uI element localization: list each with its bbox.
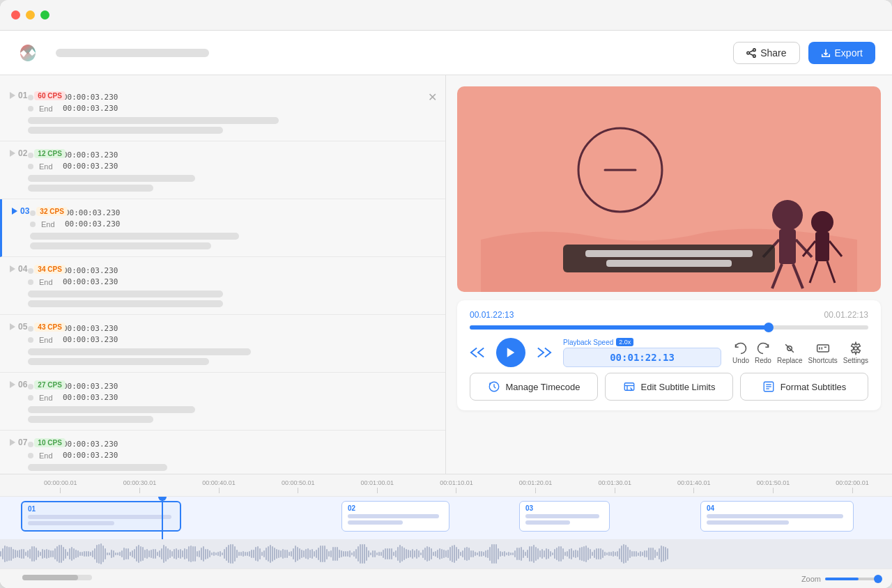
start-time-row: Start00:00:03.230 (28, 93, 434, 102)
speed-label: Playback Speed 2.0x (563, 338, 721, 346)
end-time-row: End00:00:03.230 (28, 451, 434, 460)
overlay-line-2 (606, 260, 732, 267)
play-triangle-04[interactable] (10, 265, 15, 272)
progress-bar[interactable] (470, 325, 868, 330)
fast-forward-button[interactable] (537, 345, 552, 360)
svg-line-3 (750, 50, 753, 52)
waveform-bar (161, 548, 162, 560)
play-triangle-03[interactable] (12, 208, 17, 215)
subtitle-item-07[interactable]: 0710 CPSStart00:00:03.230End00:00:03.230 (0, 431, 445, 474)
replace-button[interactable]: Replace (777, 341, 803, 364)
playhead[interactable] (162, 497, 163, 539)
waveform-bar (289, 552, 290, 556)
waveform-bar (439, 548, 440, 559)
logo-area (17, 42, 209, 64)
play-triangle-07[interactable] (10, 439, 15, 446)
timeline-clip-03[interactable]: 03 (519, 501, 610, 532)
text-lines (28, 348, 434, 365)
waveform-bar (334, 547, 336, 562)
waveform-bar (205, 549, 206, 559)
progress-thumb[interactable] (764, 323, 774, 332)
close-subtitle-button[interactable]: ✕ (428, 91, 437, 104)
settings-label: Settings (843, 357, 868, 364)
settings-button[interactable]: Settings (843, 341, 868, 364)
waveform-bar (94, 548, 95, 560)
end-dot (28, 453, 33, 458)
waveform-bar (297, 547, 298, 561)
maximize-button[interactable] (40, 10, 49, 20)
waveform-bar (119, 552, 121, 555)
subtitle-item-05[interactable]: 0543 CPSStart00:00:03.230End00:00:03.230 (0, 315, 445, 373)
waveform-bar (374, 550, 376, 558)
zoom-track[interactable] (825, 578, 881, 580)
waveform-bar (274, 548, 275, 561)
shortcuts-button[interactable]: Shortcuts (808, 341, 838, 364)
export-button[interactable]: Export (808, 42, 875, 64)
waveform-bar (307, 548, 309, 560)
waveform-bar (389, 548, 390, 559)
play-button[interactable] (496, 338, 525, 367)
text-lines (30, 233, 434, 249)
waveform-bar (25, 552, 26, 556)
subtitle-item-04[interactable]: 0434 CPSStart00:00:03.230End00:00:03.230 (0, 257, 445, 315)
waveform-bar (541, 549, 543, 559)
timeline-clip-01[interactable]: 01 (21, 501, 181, 532)
zoom-row: Zoom (0, 568, 892, 588)
timeline-clip-02[interactable]: 02 (341, 501, 449, 532)
subtitle-item-02[interactable]: 0212 CPSStart00:00:03.230End00:00:03.230 (0, 141, 445, 199)
undo-button[interactable]: Undo (732, 341, 749, 364)
text-line (28, 300, 223, 307)
ruler-label: 00:01:20.01 (519, 479, 553, 486)
subtitle-item-06[interactable]: 0627 CPSStart00:00:03.230End00:00:03.230 (0, 373, 445, 431)
waveform-bar (615, 552, 616, 555)
waveform-bar (228, 545, 229, 563)
ruler-tick: 00:00:00.01 (21, 479, 100, 493)
redo-button[interactable]: Redo (755, 341, 771, 364)
subtitle-overlay (563, 245, 775, 272)
waveform-bar (88, 551, 89, 557)
sub-num-07: 0710 CPS (10, 438, 66, 447)
subtitle-item-03[interactable]: 0332 CPSStart00:00:03.230End00:00:03.230 (0, 199, 445, 257)
start-val: 00:00:03.230 (65, 208, 120, 217)
close-button[interactable] (11, 10, 20, 20)
play-triangle-06[interactable] (10, 381, 15, 388)
manage-timecode-button[interactable]: Manage Timecode (470, 373, 598, 401)
rewind-button[interactable] (470, 345, 485, 360)
end-time-row: End00:00:03.230 (28, 335, 434, 344)
waveform-bar (4, 546, 6, 562)
format-subtitles-button[interactable]: Format Subtitles (740, 373, 868, 401)
waveform-bar (590, 549, 591, 558)
waveform-bar (71, 547, 72, 562)
waveform-bar (98, 544, 100, 564)
waveform-bar (487, 550, 489, 559)
horizontal-scrollbar[interactable] (22, 575, 92, 580)
waveform-bar (533, 545, 535, 563)
main-content: 0160 CPS✕Start00:00:03.230End00:00:03.23… (0, 75, 892, 474)
zoom-thumb[interactable] (874, 575, 882, 583)
waveform-bar (437, 550, 438, 558)
play-triangle-05[interactable] (10, 323, 15, 330)
ruler-label: 00:01:30.01 (598, 479, 631, 486)
waveform-bar (15, 550, 16, 557)
svg-rect-17 (815, 232, 829, 261)
ruler-tick: 00:01:40.01 (654, 479, 734, 493)
waveform-bar (627, 547, 629, 562)
waveform-bar (186, 549, 187, 559)
waveform-bar (105, 548, 106, 559)
waveform-bar (207, 549, 208, 559)
start-val: 00:00:03.230 (63, 150, 118, 160)
waveform-bar (387, 548, 388, 559)
waveform-bar (372, 550, 374, 557)
minimize-button[interactable] (26, 10, 35, 20)
timeline-clip-04[interactable]: 04 (700, 501, 854, 532)
play-triangle-01[interactable] (10, 92, 15, 99)
share-button[interactable]: Share (733, 42, 799, 64)
end-time-row: End00:00:03.230 (28, 162, 434, 171)
subtitle-item-01[interactable]: 0160 CPS✕Start00:00:03.230End00:00:03.23… (0, 84, 445, 141)
edit-subtitle-limits-button[interactable]: Edit Subtitle Limits (605, 373, 733, 401)
ruler-line (298, 488, 298, 493)
scrollbar-thumb[interactable] (22, 575, 78, 580)
start-time-row: Start00:00:03.230 (28, 324, 434, 333)
waveform-bar (232, 544, 233, 563)
play-triangle-02[interactable] (10, 150, 15, 157)
